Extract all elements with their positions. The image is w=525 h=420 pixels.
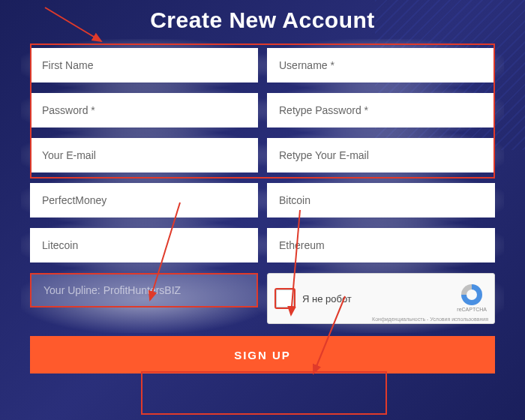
ethereum-field[interactable] (267, 228, 495, 262)
bitcoin-field[interactable] (267, 183, 495, 218)
username-field[interactable] (267, 48, 495, 82)
upline-readonly: Your Upline: ProfitHuntersBIZ (30, 273, 258, 308)
password-field[interactable] (30, 93, 258, 128)
recaptcha-privacy: Конфиденциальность - Условия использован… (372, 316, 488, 322)
litecoin-field[interactable] (30, 228, 258, 262)
sign-up-button[interactable]: SIGN UP (30, 336, 495, 374)
recaptcha-checkbox[interactable] (275, 289, 295, 308)
email-field[interactable] (30, 138, 258, 172)
retype-password-field[interactable] (267, 93, 495, 128)
page-title: Create New Account (30, 8, 495, 33)
recaptcha-logo-icon (461, 284, 482, 305)
retype-email-field[interactable] (267, 138, 495, 172)
recaptcha-label: Я не робот (302, 293, 352, 304)
first-name-field[interactable] (30, 48, 258, 82)
recaptcha-widget[interactable]: Я не робот reCAPTCHA Конфиденциальность … (267, 273, 495, 324)
perfectmoney-field[interactable] (30, 183, 258, 218)
signup-form: Your Upline: ProfitHuntersBIZ Я не робот… (30, 48, 495, 324)
recaptcha-brand: reCAPTCHA (457, 284, 487, 313)
